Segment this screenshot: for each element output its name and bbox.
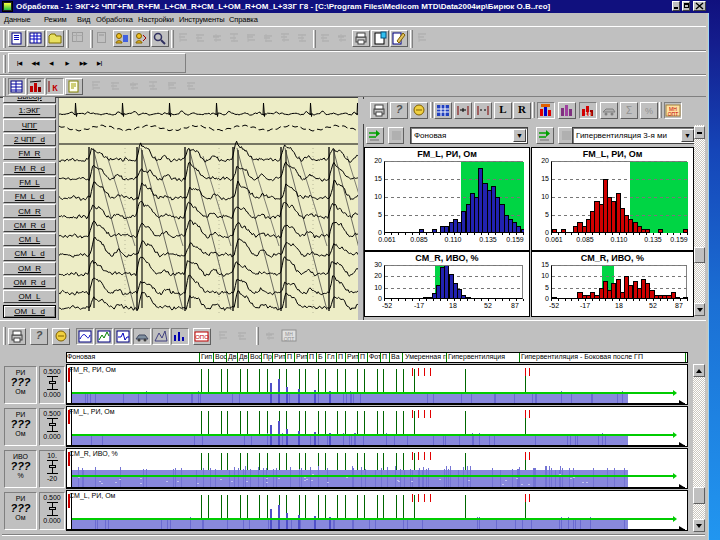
svg-text:ОПО: ОПО bbox=[195, 334, 209, 340]
svg-text:ОПТ: ОПТ bbox=[284, 336, 295, 342]
svg-text:К: К bbox=[52, 83, 58, 93]
svg-text:10: 10 bbox=[585, 111, 592, 117]
svg-text:ОПТ: ОПТ bbox=[668, 111, 679, 117]
svg-text:%: % bbox=[645, 106, 653, 116]
svg-text:Σ: Σ bbox=[626, 105, 632, 116]
